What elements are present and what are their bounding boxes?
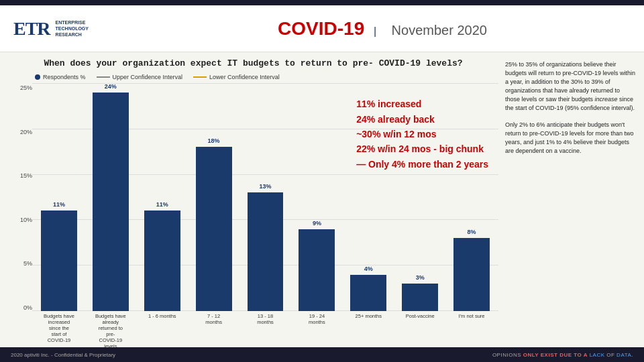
footer-lack: LACK — [590, 352, 605, 358]
header-title: COVID-19 — [278, 18, 370, 39]
sidebar-block-1: 25% to 35% of organizations believe thei… — [505, 60, 636, 113]
y-axis: 25% 20% 15% 10% 5% 0% — [8, 83, 32, 338]
footer-data: DATA — [616, 352, 631, 358]
bar: 11% — [41, 210, 77, 311]
x-label-item: 7 - 12 months — [190, 311, 238, 338]
header: ETR ENTERPRISE TECHNOLOGY RESEARCH COVID… — [0, 5, 644, 52]
legend-upper-line — [97, 76, 110, 78]
bar-group: 11% — [35, 83, 83, 311]
x-labels: Budgets have increased since the start o… — [32, 311, 498, 338]
legend-upper-label: Upper Confidence Interval — [113, 74, 183, 80]
bar-value-label: 13% — [259, 183, 271, 190]
sidebar-text-1: 25% to 35% of organizations believe thei… — [505, 61, 635, 111]
y-label-25: 25% — [20, 84, 32, 91]
bar: 9% — [299, 229, 335, 311]
bar-value-label: 11% — [156, 201, 168, 208]
bar-value-label: 8% — [468, 229, 476, 235]
bar: 11% — [144, 210, 180, 311]
annotation-text: 11% increased 24% already back ~30% w/in… — [356, 97, 488, 172]
bar-group: 11% — [138, 83, 186, 311]
legend-lower: Lower Confidence Interval — [193, 74, 280, 80]
etr-logo: ETR — [13, 18, 50, 40]
bar-value-label: 24% — [105, 83, 117, 90]
x-label-item: 1 - 6 months — [138, 311, 186, 338]
legend-dot — [35, 74, 40, 80]
chart-legend: Respondents % Upper Confidence Interval … — [8, 74, 498, 80]
annotation: 11% increased 24% already back ~30% w/in… — [356, 97, 488, 172]
y-label-20: 20% — [20, 129, 32, 135]
legend-respondents: Respondents % — [35, 74, 86, 80]
logo-subtext: ENTERPRISE TECHNOLOGY RESEARCH — [56, 19, 89, 38]
x-label-item: Post-vaccine — [396, 311, 444, 338]
y-label-10: 10% — [20, 217, 32, 223]
chart-question: When does your organization expect IT bu… — [8, 58, 498, 70]
bar-group: 24% — [87, 83, 135, 311]
legend-upper: Upper Confidence Interval — [97, 74, 183, 80]
pipe: | — [374, 25, 376, 37]
bar-value-label: 11% — [53, 201, 65, 208]
bar-group: 13% — [241, 83, 290, 311]
chart-area: When does your organization expect IT bu… — [8, 58, 498, 338]
bar: 24% — [93, 93, 129, 311]
legend-lower-label: Lower Confidence Interval — [209, 74, 280, 80]
x-label-item: Budgets have already returned to pre- CO… — [87, 311, 135, 338]
sidebar-block-2: Only 2% to 6% anticipate their budgets w… — [505, 121, 636, 156]
sidebar-text-2: Only 2% to 6% anticipate their budgets w… — [505, 121, 634, 154]
x-label-item: 13 - 18 months — [241, 311, 290, 338]
covid-text: COVID-19 — [278, 18, 364, 39]
y-label-5: 5% — [23, 260, 32, 267]
bar-group: 9% — [292, 83, 341, 311]
bar: 18% — [196, 147, 232, 311]
right-sidebar: 25% to 35% of organizations believe thei… — [505, 58, 636, 338]
x-label-item: 19 - 24 months — [292, 311, 341, 338]
bar-group: 18% — [190, 83, 238, 311]
footer-right: OPINIONS ONLY EXIST DUE TO A LACK OF DAT… — [492, 352, 633, 358]
bar-value-label: 9% — [313, 220, 321, 227]
bar: 8% — [453, 238, 490, 311]
top-bar — [0, 0, 644, 5]
logo-area: ETR ENTERPRISE TECHNOLOGY RESEARCH — [13, 18, 134, 40]
bar: 13% — [248, 192, 284, 311]
footer-only: ONLY EXIST DUE TO A — [523, 352, 588, 358]
y-label-0: 0% — [23, 304, 32, 311]
header-center: COVID-19 | November 2020 — [134, 18, 631, 40]
x-label-item: 25+ months — [344, 311, 392, 338]
y-label-15: 15% — [20, 172, 32, 179]
x-label-item: Budgets have increased since the start o… — [35, 311, 83, 338]
footer: 2020 aptiviti Inc. - Confidential & Prop… — [0, 347, 644, 362]
bar-value-label: 18% — [208, 137, 220, 144]
header-subtitle: November 2020 — [392, 23, 487, 38]
bar-value-label: 3% — [416, 274, 425, 281]
bar-value-label: 4% — [364, 265, 373, 272]
footer-left: 2020 aptiviti Inc. - Confidential & Prop… — [11, 352, 115, 358]
main-content: When does your organization expect IT bu… — [0, 52, 644, 343]
bar: 3% — [402, 284, 438, 311]
sidebar-italic: increase — [595, 96, 618, 103]
legend-respondents-label: Respondents % — [43, 74, 86, 80]
x-label-item: I'm not sure — [447, 311, 496, 338]
bar: 4% — [350, 275, 386, 311]
legend-lower-line — [193, 76, 207, 78]
chart-inner: 11%24%11%18%13%9%4%3%8% Budgets have inc… — [32, 83, 498, 338]
chart-wrapper: 25% 20% 15% 10% 5% 0% — [8, 83, 498, 338]
